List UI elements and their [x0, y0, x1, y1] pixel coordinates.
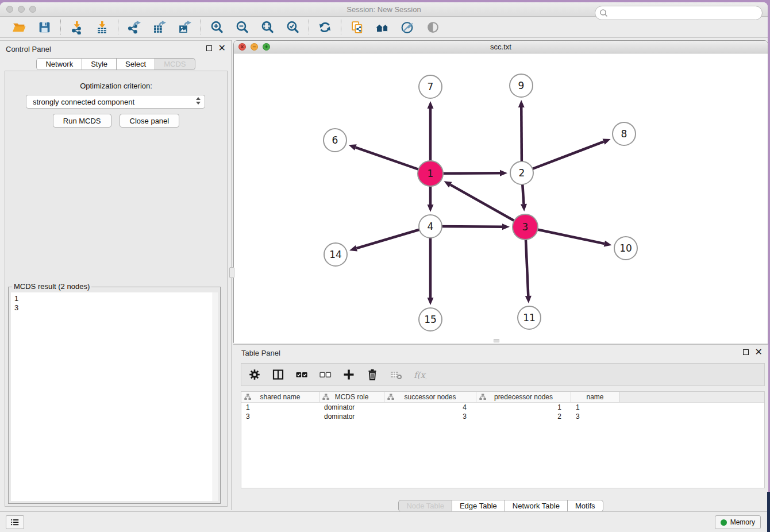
panel-splitter-grip[interactable]: [229, 267, 234, 278]
memory-button[interactable]: Memory: [715, 515, 761, 529]
mcds-result-text[interactable]: 1 3: [11, 292, 213, 501]
maximize-window-button[interactable]: [29, 6, 36, 13]
graph-node[interactable]: 10: [614, 237, 637, 260]
network-title: scc.txt: [234, 41, 768, 53]
cell-predecessor-nodes: 2: [476, 412, 571, 421]
refresh-view-button[interactable]: [317, 20, 333, 35]
graph-node[interactable]: 7: [419, 75, 442, 98]
tab-edge-table[interactable]: Edge Table: [452, 500, 505, 512]
mcds-tab-content: Optimization criterion: strongly connect…: [5, 71, 228, 507]
zoom-fit-button[interactable]: [260, 20, 275, 35]
graph-node[interactable]: 8: [613, 122, 636, 145]
float-panel-icon[interactable]: [206, 45, 212, 51]
task-history-button[interactable]: [6, 515, 24, 529]
tab-style[interactable]: Style: [82, 58, 117, 70]
column-header-MCDS-role[interactable]: MCDS role: [319, 392, 384, 402]
cell-successor-nodes: 4: [384, 403, 476, 412]
graph-node[interactable]: 14: [324, 243, 347, 266]
table-header-row: shared nameMCDS rolesuccessor nodesprede…: [241, 392, 764, 403]
column-header-name[interactable]: name: [571, 392, 619, 402]
network-minimize-button[interactable]: –: [251, 43, 258, 51]
network-close-button[interactable]: ×: [238, 43, 246, 51]
deselect-all-button[interactable]: [318, 367, 333, 382]
select-all-icon: [295, 368, 309, 381]
table-settings-button[interactable]: [247, 367, 262, 382]
graph-node-label: 10: [619, 242, 632, 254]
save-session-button[interactable]: [37, 20, 52, 35]
duplicate-network-button[interactable]: [349, 20, 365, 35]
zoom-selected-icon: [286, 20, 300, 34]
minimize-window-button[interactable]: [18, 6, 25, 13]
graph-node[interactable]: 11: [518, 306, 541, 329]
table-row[interactable]: 1dominator411: [241, 403, 764, 412]
control-panel: Control Panel ✕ NetworkStyleSelectMCDS O…: [0, 40, 232, 510]
header-filler: [619, 392, 764, 402]
column-header-predecessor-nodes[interactable]: predecessor nodes: [476, 392, 571, 402]
search-box: [595, 6, 763, 20]
graph-edge[interactable]: [444, 181, 525, 227]
zoom-selected-button[interactable]: [285, 20, 301, 35]
show-columns-button[interactable]: [271, 367, 286, 382]
graph-edge[interactable]: [525, 227, 612, 247]
import-network-button[interactable]: [69, 20, 84, 35]
export-table-button[interactable]: [152, 20, 167, 35]
toggle-graphics-icon: [426, 20, 440, 34]
graph-node[interactable]: 2: [510, 161, 533, 184]
node-table: shared nameMCDS rolesuccessor nodesprede…: [241, 391, 765, 488]
graph-edge[interactable]: [522, 138, 611, 173]
tab-mcds[interactable]: MCDS: [155, 58, 195, 70]
criterion-dropdown[interactable]: strongly connected component: [26, 95, 205, 109]
graph-node[interactable]: 3: [513, 214, 538, 240]
close-window-button[interactable]: [6, 6, 13, 13]
control-panel-header: Control Panel ✕: [0, 41, 232, 57]
delete-row-button[interactable]: [365, 367, 380, 382]
column-header-successor-nodes[interactable]: successor nodes: [384, 392, 476, 402]
network-canvas[interactable]: 7968124314101511: [234, 53, 768, 343]
zoom-out-button[interactable]: [234, 20, 250, 35]
cell-MCDS-role: dominator: [319, 403, 384, 412]
list-icon: [9, 516, 21, 528]
column-header-shared-name[interactable]: shared name: [241, 392, 319, 402]
graph-node[interactable]: 4: [419, 215, 442, 238]
close-table-panel-icon[interactable]: ✕: [755, 348, 763, 356]
tab-network-table[interactable]: Network Table: [505, 500, 568, 512]
open-session-button[interactable]: [11, 20, 27, 35]
tab-motifs[interactable]: Motifs: [568, 500, 603, 512]
search-input[interactable]: [609, 7, 760, 19]
table-panel: Table Panel ✕ f(x) shared nameMCDS roles…: [233, 344, 768, 511]
graph-node[interactable]: 1: [418, 161, 443, 186]
graph-node[interactable]: 6: [324, 129, 346, 152]
export-table-icon: [152, 20, 167, 34]
graph-node-label: 6: [332, 134, 338, 146]
graph-node-label: 7: [428, 81, 434, 92]
export-network-button[interactable]: [126, 20, 142, 35]
add-row-button[interactable]: [341, 367, 356, 382]
show-style-icon: [401, 20, 415, 34]
select-all-button[interactable]: [294, 367, 309, 382]
export-image-button[interactable]: [177, 20, 192, 35]
graph-node[interactable]: 15: [419, 308, 442, 331]
table-row[interactable]: 3dominator323: [241, 412, 764, 421]
tab-select[interactable]: Select: [117, 58, 155, 70]
close-panel-icon[interactable]: ✕: [218, 44, 226, 52]
cell-MCDS-role: dominator: [319, 412, 384, 421]
toggle-graphics-button[interactable]: [425, 20, 441, 35]
canvas-scroll-handle[interactable]: [494, 339, 499, 342]
table-tabs: Node TableEdge TableNetwork TableMotifs: [233, 500, 768, 512]
result-scrollbar[interactable]: [213, 292, 218, 501]
tab-network[interactable]: Network: [36, 58, 82, 70]
zoom-in-button[interactable]: [209, 20, 225, 35]
search-icon: [599, 8, 609, 18]
run-mcds-button[interactable]: Run MCDS: [53, 114, 111, 128]
float-table-panel-icon[interactable]: [743, 349, 749, 355]
network-window-controls: × – +: [238, 43, 270, 51]
tab-node-table[interactable]: Node Table: [398, 500, 452, 512]
show-style-button[interactable]: [400, 20, 415, 35]
graph-edge[interactable]: [349, 226, 430, 251]
flat-hierarchy-icon: [244, 394, 251, 400]
import-table-button[interactable]: [94, 20, 110, 35]
first-neighbors-button[interactable]: [375, 20, 390, 35]
network-maximize-button[interactable]: +: [263, 43, 270, 51]
close-panel-button[interactable]: Close panel: [120, 114, 180, 128]
graph-node[interactable]: 9: [510, 74, 533, 97]
